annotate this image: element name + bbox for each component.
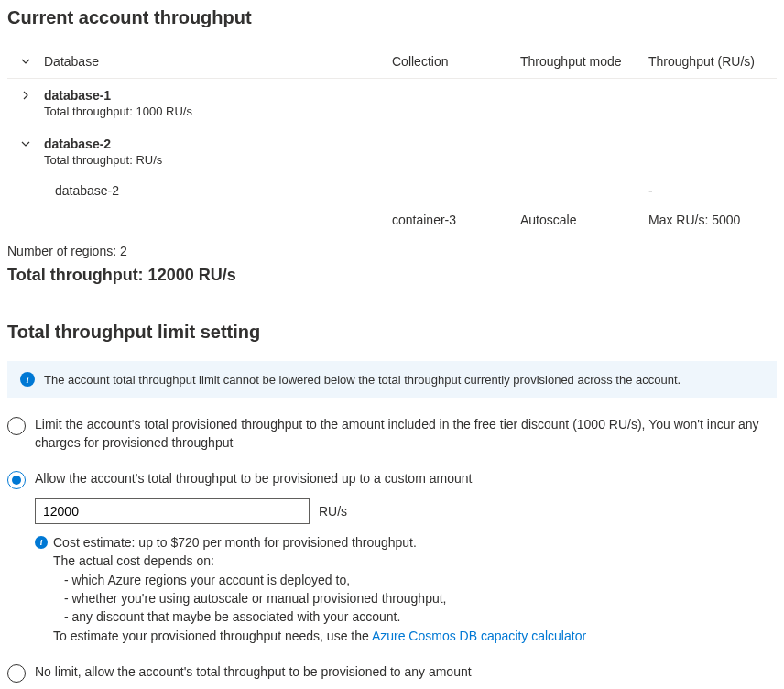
cost-estimate: i Cost estimate: up to $720 per month fo…	[35, 533, 777, 645]
total-throughput: Total throughput: 12000 RU/s	[7, 266, 777, 285]
chevron-down-icon[interactable]	[18, 54, 33, 69]
option-no-limit[interactable]: No limit, allow the account's total thro…	[7, 663, 777, 683]
table-header-row: Database Collection Throughput mode Thro…	[7, 47, 777, 79]
cost-line: To estimate your provisioned throughput …	[53, 629, 372, 643]
limit-setting-heading: Total throughput limit setting	[7, 322, 777, 343]
table-row: container-3 Autoscale Max RU/s: 5000	[7, 205, 777, 235]
cost-bullet: - any discount that maybe be associated …	[64, 607, 777, 626]
cell-throughput: Max RU/s: 5000	[648, 213, 777, 227]
info-banner: i The account total throughput limit can…	[7, 361, 777, 398]
table-row: database-2 Total throughput: RU/s	[7, 127, 777, 176]
capacity-calculator-link[interactable]: Azure Cosmos DB capacity calculator	[372, 629, 586, 643]
radio-button[interactable]	[7, 417, 26, 435]
cell-collection: container-3	[392, 213, 520, 227]
option-free-tier[interactable]: Limit the account's total provisioned th…	[7, 416, 777, 452]
throughput-limit-options: Limit the account's total provisioned th…	[7, 416, 777, 683]
radio-button[interactable]	[7, 471, 26, 489]
cost-line: Cost estimate: up to $720 per month for …	[53, 533, 777, 552]
cell-throughput: -	[648, 183, 777, 198]
header-collection: Collection	[392, 54, 520, 69]
cost-line: The actual cost depends on:	[53, 552, 777, 570]
cell-mode: Autoscale	[520, 213, 648, 227]
cell-database: database-2	[44, 183, 392, 198]
custom-throughput-input[interactable]	[35, 498, 310, 524]
cost-bullet: - which Azure regions your account is de…	[64, 571, 777, 589]
header-mode: Throughput mode	[520, 54, 648, 69]
info-icon: i	[35, 536, 48, 549]
option-label: Allow the account's total throughput to …	[35, 470, 777, 488]
database-subtext: Total throughput: RU/s	[44, 153, 392, 167]
table-row: database-1 Total throughput: 1000 RU/s	[7, 79, 777, 127]
info-banner-text: The account total throughput limit canno…	[44, 373, 681, 387]
option-custom-amount[interactable]: Allow the account's total throughput to …	[7, 470, 777, 489]
cost-bullet: - whether you're using autoscale or manu…	[64, 589, 777, 607]
radio-button[interactable]	[7, 664, 26, 683]
regions-count: Number of regions: 2	[7, 244, 777, 258]
chevron-down-icon[interactable]	[18, 137, 33, 151]
chevron-right-icon[interactable]	[18, 88, 33, 103]
database-name: database-1	[44, 88, 392, 103]
info-icon: i	[20, 372, 35, 387]
option-label: No limit, allow the account's total thro…	[35, 663, 777, 682]
unit-label: RU/s	[319, 504, 347, 519]
option-label: Limit the account's total provisioned th…	[35, 416, 777, 452]
throughput-table: Database Collection Throughput mode Thro…	[7, 47, 777, 235]
table-row: database-2 -	[7, 176, 777, 205]
database-subtext: Total throughput: 1000 RU/s	[44, 104, 392, 118]
header-throughput: Throughput (RU/s)	[648, 54, 777, 69]
current-throughput-heading: Current account throughput	[7, 7, 777, 28]
database-name: database-2	[44, 137, 392, 151]
header-database: Database	[44, 54, 392, 69]
